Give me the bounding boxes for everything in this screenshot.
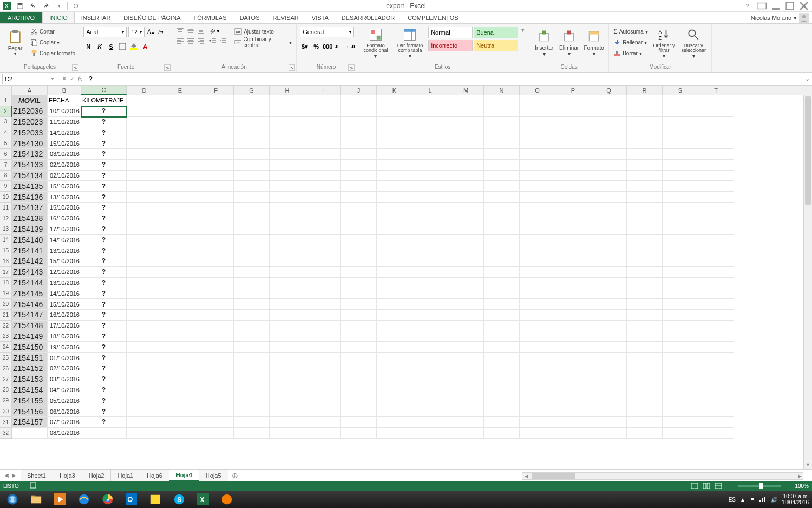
cell-kilometraje[interactable]: ? (81, 149, 127, 160)
row-header[interactable]: 25 (0, 353, 12, 363)
cell[interactable] (412, 363, 448, 374)
row-header[interactable]: 17 (0, 267, 12, 278)
cell-movil[interactable]: Z154147 (12, 310, 48, 321)
row-header[interactable]: 22 (0, 321, 12, 331)
row-header[interactable]: 2 (0, 106, 12, 117)
cell[interactable] (448, 224, 484, 235)
cell-movil[interactable]: Z154154 (12, 385, 48, 396)
touch-mode-icon[interactable] (71, 1, 81, 11)
cell-kilometraje[interactable]: ? (81, 245, 127, 256)
cell[interactable] (127, 171, 162, 181)
cell[interactable] (484, 395, 520, 406)
cell[interactable] (698, 321, 734, 331)
formula-input[interactable] (86, 74, 802, 84)
cell-fecha[interactable]: 18/10/2016 (48, 331, 81, 342)
cell[interactable] (448, 106, 484, 117)
cell[interactable] (198, 256, 234, 267)
cell-fecha[interactable]: 13/10/2016 (48, 192, 81, 203)
cell[interactable] (627, 171, 663, 181)
cell[interactable] (663, 138, 698, 149)
cell[interactable] (162, 310, 198, 321)
border-button[interactable] (117, 42, 127, 51)
cell-movil[interactable]: Z154132 (12, 149, 48, 160)
cell-fecha[interactable]: 04/10/2016 (48, 385, 81, 396)
font-color-button[interactable]: A (140, 42, 150, 51)
cell[interactable] (341, 331, 377, 342)
row-header[interactable]: 27 (0, 374, 12, 385)
row-header[interactable]: 26 (0, 363, 12, 374)
cell[interactable] (412, 149, 448, 160)
cell[interactable] (270, 127, 305, 138)
close-icon[interactable] (798, 1, 810, 11)
formato-condicional-button[interactable]: Formato condicional▾ (359, 27, 392, 59)
cell[interactable] (305, 138, 341, 149)
cell-movil[interactable]: Z154135 (12, 181, 48, 192)
cell[interactable] (341, 95, 377, 106)
cell[interactable] (341, 395, 377, 406)
cell[interactable] (484, 363, 520, 374)
col-header-K[interactable]: K (377, 86, 412, 95)
cell[interactable] (270, 288, 305, 299)
cell[interactable] (698, 213, 734, 224)
sheet-tab-hoja6[interactable]: Hoja6 (140, 470, 169, 481)
cell[interactable] (341, 213, 377, 224)
cell[interactable] (162, 331, 198, 342)
dar-formato-tabla-button[interactable]: Dar formato como tabla▾ (394, 27, 427, 59)
cell[interactable] (234, 353, 270, 363)
cell-movil[interactable]: Z154137 (12, 203, 48, 213)
cell[interactable] (412, 95, 448, 106)
cell[interactable] (627, 213, 663, 224)
cell[interactable] (270, 374, 305, 385)
cell[interactable] (627, 288, 663, 299)
cell[interactable] (484, 267, 520, 278)
cell[interactable] (555, 256, 591, 267)
cell[interactable] (627, 106, 663, 117)
cell[interactable] (412, 203, 448, 213)
cell[interactable] (198, 374, 234, 385)
cell[interactable] (591, 245, 627, 256)
cell[interactable] (555, 160, 591, 171)
cell[interactable] (234, 288, 270, 299)
cell-kilometraje[interactable]: ? (81, 267, 127, 278)
cell[interactable] (627, 138, 663, 149)
cell[interactable] (270, 213, 305, 224)
cell[interactable] (270, 385, 305, 396)
cell[interactable] (162, 395, 198, 406)
cell[interactable] (270, 417, 305, 428)
thousands-icon[interactable]: 000 (323, 42, 332, 51)
cell-fecha[interactable]: 15/10/2016 (48, 138, 81, 149)
cell-kilometraje[interactable]: ? (81, 127, 127, 138)
cell[interactable] (305, 235, 341, 245)
cell[interactable] (162, 299, 198, 310)
cell[interactable] (234, 203, 270, 213)
cell-kilometraje[interactable]: ? (81, 213, 127, 224)
cell-kilometraje[interactable]: ? (81, 406, 127, 417)
cell-movil[interactable]: Z152033 (12, 127, 48, 138)
cell[interactable] (484, 192, 520, 203)
cell[interactable] (198, 106, 234, 117)
align-center-icon[interactable] (186, 36, 195, 45)
macro-record-icon[interactable] (30, 482, 36, 490)
cell[interactable] (127, 203, 162, 213)
buscar-seleccionar-button[interactable]: Buscar y seleccionar▾ (679, 27, 708, 59)
cell-kilometraje[interactable]: ? (81, 353, 127, 363)
cell[interactable] (377, 385, 412, 396)
cell[interactable] (591, 374, 627, 385)
cell[interactable] (484, 256, 520, 267)
cell-fecha[interactable]: 14/10/2016 (48, 235, 81, 245)
tab-insertar[interactable]: INSERTAR (75, 12, 117, 23)
row-header[interactable]: 4 (0, 127, 12, 138)
cell[interactable] (377, 267, 412, 278)
cell[interactable] (341, 106, 377, 117)
excel-taskbar-icon[interactable]: X (192, 492, 214, 507)
cell[interactable] (698, 342, 734, 353)
cell-kilometraje[interactable]: ? (81, 417, 127, 428)
cell[interactable] (520, 181, 555, 192)
cell-movil[interactable]: Z154149 (12, 331, 48, 342)
cell[interactable] (484, 95, 520, 106)
cell[interactable] (162, 428, 198, 439)
minimize-icon[interactable] (770, 1, 782, 11)
cell[interactable] (234, 299, 270, 310)
cell[interactable] (377, 310, 412, 321)
row-header[interactable]: 19 (0, 288, 12, 299)
